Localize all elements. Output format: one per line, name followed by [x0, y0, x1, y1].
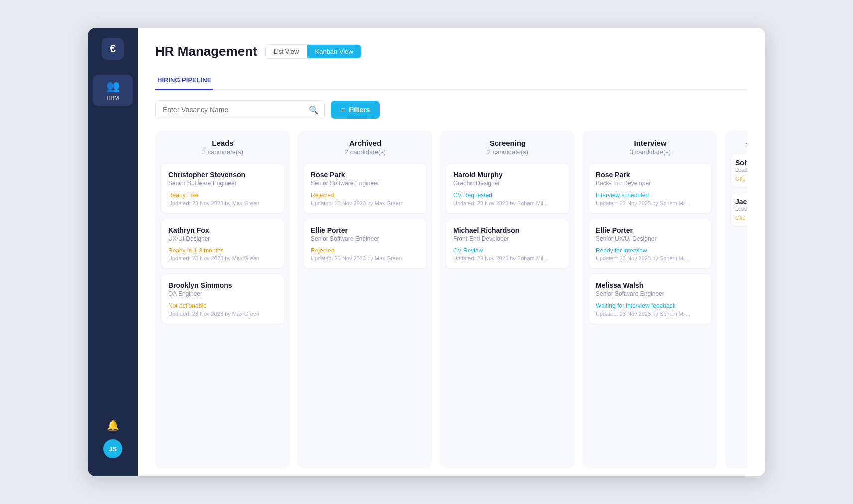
candidate-status: Ready now	[168, 192, 277, 199]
candidate-name: Kathryn Fox	[168, 226, 277, 234]
sidebar-nav: 👥 HRM	[93, 75, 133, 419]
candidate-status: Interview scheduled	[596, 192, 705, 199]
col-count: 2 candidate(s)	[446, 148, 569, 156]
candidate-name: Melissa Walsh	[596, 281, 705, 289]
candidate-name: Christopher Stevenson	[168, 171, 277, 179]
candidate-updated: Updated: 23 Nov 2023 by Soham Mil...	[596, 200, 705, 206]
sidebar-logo[interactable]: €	[102, 38, 124, 60]
candidate-role: Senior Software Engineer	[596, 290, 705, 297]
candidate-card[interactable]: Kathryn Fox UX/UI Designer Ready in 1-3 …	[161, 219, 284, 268]
sidebar: € 👥 HRM 🔔 JS	[88, 28, 138, 476]
filter-icon: ≡	[341, 106, 345, 114]
candidate-card[interactable]: Harold Murphy Graphic Designer CV Reques…	[446, 164, 569, 213]
candidate-card[interactable]: Ellie Porter Senior Software Engineer Re…	[304, 219, 426, 268]
candidate-card[interactable]: Michael Richardson Front-End Developer C…	[446, 219, 569, 268]
candidate-role: Senior UX/UI Designer	[596, 235, 705, 242]
col-header-archived: Archived 2 candidate(s)	[304, 139, 426, 156]
candidate-updated: Updated: 23 Nov 2023 by Max Green	[168, 255, 277, 261]
candidate-updated: Updated: 23 Nov 2023 by Soham Mil...	[596, 311, 705, 317]
candidate-role: Front-End Developer	[453, 235, 562, 242]
kanban-col-partial: ... Soh Lead Offe Jac Lead Offe	[725, 131, 747, 468]
candidate-card[interactable]: Rose Park Back-End Developer Interview s…	[589, 164, 711, 213]
candidate-status: Waiting for interview feedback	[596, 302, 705, 309]
filters-button[interactable]: ≡ Filters	[331, 101, 380, 119]
avatar[interactable]: JS	[103, 439, 122, 458]
candidate-card[interactable]: Christopher Stevenson Senior Software En…	[161, 164, 284, 213]
candidate-card[interactable]: Rose Park Senior Software Engineer Rejec…	[304, 164, 426, 213]
candidate-card-partial[interactable]: Jac Lead Offe	[731, 193, 747, 226]
partial-name: Jac	[735, 198, 747, 206]
candidate-card-partial[interactable]: Soh Lead Offe	[731, 154, 747, 187]
sidebar-item-hrm[interactable]: 👥 HRM	[93, 75, 133, 106]
col-header-leads: Leads 3 candidate(s)	[161, 139, 284, 156]
candidate-card[interactable]: Ellie Porter Senior UX/UI Designer Ready…	[589, 219, 711, 268]
candidate-updated: Updated: 23 Nov 2023 by Max Green	[168, 200, 277, 206]
col-count: 3 candidate(s)	[161, 148, 284, 156]
candidate-card[interactable]: Melissa Walsh Senior Software Engineer W…	[589, 274, 711, 324]
candidate-status: Ready in 1-3 months	[168, 247, 277, 254]
view-toggle: List View Kanban View	[265, 44, 362, 59]
col-title: Interview	[589, 139, 711, 147]
search-input[interactable]	[155, 100, 325, 119]
partial-status: Offe	[735, 176, 747, 182]
app-shell: € 👥 HRM 🔔 JS HR Management List View Kan…	[88, 28, 765, 476]
candidate-status: Rejected	[311, 192, 420, 199]
page-header: HR Management List View Kanban View	[155, 44, 747, 59]
main-content: HR Management List View Kanban View HIRI…	[138, 28, 765, 476]
candidate-name: Rose Park	[311, 171, 420, 179]
col-title: Archived	[304, 139, 426, 147]
candidate-role: Senior Software Engineer	[311, 235, 420, 242]
candidate-name: Harold Murphy	[453, 171, 562, 179]
tabs-bar: HIRING PIPELINE	[155, 71, 747, 90]
candidate-updated: Updated: 23 Nov 2023 by Soham Mil...	[453, 200, 562, 206]
kanban-col-interview: Interview 3 candidate(s) Rose Park Back-…	[583, 131, 717, 468]
page-title: HR Management	[155, 44, 257, 59]
search-wrapper: 🔍	[155, 100, 325, 119]
notification-icon[interactable]: 🔔	[107, 419, 119, 431]
candidate-status: CV Review	[453, 247, 562, 254]
candidate-status: Ready for interview	[596, 247, 705, 254]
candidate-updated: Updated: 23 Nov 2023 by Soham Mil...	[596, 255, 705, 261]
candidate-role: QA Engineer	[168, 290, 277, 297]
col-title: Screening	[446, 139, 569, 147]
partial-name: Soh	[735, 159, 747, 167]
kanban-col-screening: Screening 2 candidate(s) Harold Murphy G…	[440, 131, 575, 468]
candidate-role: Senior Software Engineer	[311, 180, 420, 187]
candidate-status: Rejected	[311, 247, 420, 254]
search-filter-row: 🔍 ≡ Filters	[155, 100, 747, 119]
kanban-view-button[interactable]: Kanban View	[307, 45, 361, 58]
col-title: Leads	[161, 139, 284, 147]
candidate-role: Graphic Designer	[453, 180, 562, 187]
candidate-name: Ellie Porter	[311, 226, 420, 234]
col-count: 2 candidate(s)	[304, 148, 426, 156]
kanban-board: Leads 3 candidate(s) Christopher Stevens…	[155, 131, 747, 476]
sidebar-item-label: HRM	[106, 95, 119, 101]
candidate-role: Back-End Developer	[596, 180, 705, 187]
kanban-col-archived: Archived 2 candidate(s) Rose Park Senior…	[298, 131, 432, 468]
candidate-name: Michael Richardson	[453, 226, 562, 234]
list-view-button[interactable]: List View	[266, 45, 307, 58]
candidate-updated: Updated: 23 Nov 2023 by Max Green	[168, 311, 277, 317]
candidate-updated: Updated: 23 Nov 2023 by Soham Mil...	[453, 255, 562, 261]
partial-status: Offe	[735, 215, 747, 221]
col-count: 3 candidate(s)	[589, 148, 711, 156]
candidate-updated: Updated: 23 Nov 2023 by Max Green	[311, 200, 420, 206]
candidate-role: Senior Software Engineer	[168, 180, 277, 187]
tab-hiring-pipeline[interactable]: HIRING PIPELINE	[155, 71, 213, 90]
partial-role: Lead	[735, 206, 747, 212]
kanban-col-leads: Leads 3 candidate(s) Christopher Stevens…	[155, 131, 290, 468]
partial-role: Lead	[735, 167, 747, 173]
search-icon: 🔍	[309, 105, 319, 115]
hrm-icon: 👥	[106, 80, 120, 93]
candidate-updated: Updated: 23 Nov 2023 by Max Green	[311, 255, 420, 261]
col-header-screening: Screening 2 candidate(s)	[446, 139, 569, 156]
candidate-status: Not actionable	[168, 302, 277, 309]
candidate-name: Rose Park	[596, 171, 705, 179]
candidate-name: Ellie Porter	[596, 226, 705, 234]
col-header-interview: Interview 3 candidate(s)	[589, 139, 711, 156]
candidate-role: UX/UI Designer	[168, 235, 277, 242]
candidate-status: CV Requested	[453, 192, 562, 199]
candidate-card[interactable]: Brooklyn Simmons QA Engineer Not actiona…	[161, 274, 284, 324]
candidate-name: Brooklyn Simmons	[168, 281, 277, 289]
sidebar-bottom: 🔔 JS	[103, 419, 122, 466]
